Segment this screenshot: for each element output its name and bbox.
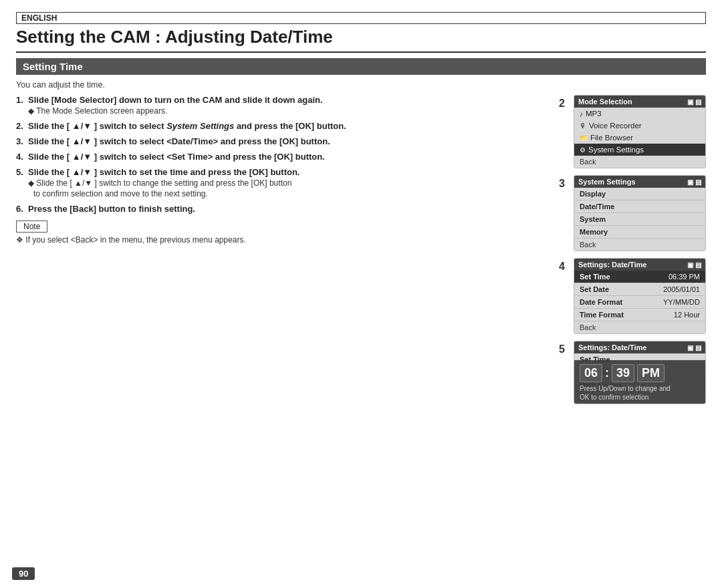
panel-3-row-display: Display — [574, 188, 705, 200]
step-6-text: 6. Press the [Back] button to finish set… — [16, 204, 548, 214]
panel-3-row-system: System — [574, 213, 705, 226]
panel-5-icons: ▣ ▤ — [687, 344, 701, 351]
mic-icon: 🎙 — [580, 122, 586, 130]
step-1-text: 1. Slide [Mode Selector] down to turn on… — [16, 95, 548, 105]
panel-4-body: Set Time 06:39 PM Set Date 2005/01/01 Da… — [574, 271, 705, 333]
panel-5-wrapper: 5 Settings: Date/Time ▣ ▤ Set Time Set D… — [574, 341, 706, 404]
panel-4-dateformat-label: Date Format — [580, 298, 663, 306]
panel-4-header: Settings: Date/Time ▣ ▤ — [574, 259, 705, 271]
step-3-text: 3. Slide the [ ▲/▼ ] switch to select <D… — [16, 136, 548, 146]
panel-2-item-mp3: ♪ MP3 — [574, 108, 705, 120]
time-colon: : — [605, 366, 609, 380]
content-area: 1. Slide [Mode Selector] down to turn on… — [16, 95, 706, 581]
step-6: 6. Press the [Back] button to finish set… — [16, 204, 548, 214]
panel-2-item-sysset-label: System Settings — [588, 146, 644, 154]
step-5: 5. Slide the [ ▲/▼ ] switch to set the t… — [16, 167, 548, 198]
panel-3-display-label: Display — [580, 190, 700, 198]
step-4-text: 4. Slide the [ ▲/▼ ] switch to select <S… — [16, 152, 548, 162]
step-3: 3. Slide the [ ▲/▼ ] switch to select <D… — [16, 136, 548, 146]
panel-3-back: Back — [574, 239, 705, 251]
panel-3-step-num: 3 — [559, 178, 565, 190]
step-2-num: 2. — [16, 121, 23, 131]
panel-2-item-voice-label: Voice Recorder — [589, 122, 642, 130]
note-label: Note — [16, 220, 47, 233]
panel-3-title: System Settings — [578, 178, 636, 186]
panel-3-body: Display Date/Time System Memory Back — [574, 188, 705, 251]
panel-2-body: ♪ MP3 🎙 Voice Recorder 📁 File Browser — [574, 108, 705, 168]
folder-icon: 📁 — [580, 134, 588, 142]
panel-4-dateformat-value: YY/MM/DD — [663, 298, 700, 306]
panel-2-item-mp3-label: MP3 — [586, 110, 602, 118]
music-icon: ♪ — [580, 110, 583, 118]
panel-2: Mode Selection ▣ ▤ ♪ MP3 🎙 Voice Recorde… — [574, 95, 706, 168]
step-2-italic: System Settings — [166, 121, 234, 131]
step-2: 2. Slide the [ ▲/▼ ] switch to select Sy… — [16, 121, 548, 131]
panel-2-step-num: 2 — [559, 98, 565, 110]
panel-3-system-label: System — [580, 215, 700, 223]
step-5-sub-1: Slide the [ ▲/▼ ] switch to change the s… — [16, 178, 548, 188]
gear-icon: ⚙ — [580, 146, 586, 154]
panel-4-settime-label: Set Time — [580, 273, 669, 281]
step-3-num: 3. — [16, 136, 23, 146]
panel-2-item-voice: 🎙 Voice Recorder — [574, 120, 705, 132]
panel-2-wrapper: 2 Mode Selection ▣ ▤ ♪ MP3 🎙 Voice Rec — [574, 95, 706, 168]
panel-4-setdate-value: 2005/01/01 — [663, 285, 700, 293]
time-min: 39 — [612, 364, 634, 382]
note-text: If you select <Back> in the menu, the pr… — [16, 235, 548, 245]
step-6-num: 6. — [16, 204, 23, 214]
panel-4-timeformat-value: 12 Hour — [674, 311, 700, 319]
step-1-label: Slide [Mode Selector] down to turn on th… — [28, 95, 323, 105]
panel-5: Settings: Date/Time ▣ ▤ Set Time Set Dat… — [574, 341, 706, 404]
panel-4-row-dateformat: Date Format YY/MM/DD — [574, 296, 705, 309]
step-5-num: 5. — [16, 167, 23, 177]
panel-3-row-datetime: Date/Time — [574, 200, 705, 213]
panel-2-item-sysset: ⚙ System Settings — [574, 144, 705, 156]
panel-3-memory-label: Memory — [580, 228, 700, 236]
panel-2-title: Mode Selection — [578, 98, 632, 106]
panel-5-header: Settings: Date/Time ▣ ▤ — [574, 341, 705, 353]
panel-2-header: Mode Selection ▣ ▤ — [574, 96, 705, 108]
panel-5-step-num: 5 — [559, 343, 565, 355]
panel-3-datetime-label: Date/Time — [580, 202, 700, 210]
panel-4-step-num: 4 — [559, 261, 565, 273]
step-1-num: 1. — [16, 95, 23, 105]
panel-3-wrapper: 3 System Settings ▣ ▤ Display Date/Time — [574, 175, 706, 251]
step-1-sub: The Mode Selection screen appears. — [16, 106, 548, 116]
panel-4-wrapper: 4 Settings: Date/Time ▣ ▤ Set Time 06:39… — [574, 258, 706, 334]
panel-3-icons: ▣ ▤ — [687, 178, 701, 186]
panel-4-row-timeformat: Time Format 12 Hour — [574, 309, 705, 321]
language-badge: ENGLISH — [16, 12, 706, 24]
step-4: 4. Slide the [ ▲/▼ ] switch to select <S… — [16, 152, 548, 162]
page-title: Setting the CAM : Adjusting Date/Time — [16, 27, 706, 53]
page-number: 90 — [12, 567, 35, 580]
time-hour: 06 — [580, 364, 602, 382]
time-display: 06 : 39 PM — [580, 364, 700, 382]
time-ampm: PM — [637, 364, 665, 382]
panel-4-timeformat-label: Time Format — [580, 311, 674, 319]
left-column: 1. Slide [Mode Selector] down to turn on… — [16, 95, 559, 581]
panel-5-overlay: 06 : 39 PM Press Up/Down to change and O… — [574, 360, 705, 404]
panel-3-header: System Settings ▣ ▤ — [574, 176, 705, 188]
subtitle: You can adjust the time. — [16, 80, 706, 90]
panel-2-back: Back — [574, 156, 705, 168]
note-section: Note If you select <Back> in the menu, t… — [16, 220, 548, 245]
panel-4: Settings: Date/Time ▣ ▤ Set Time 06:39 P… — [574, 258, 706, 334]
step-5-sub-2: to confirm selection and move to the nex… — [16, 189, 548, 198]
panel-4-icons: ▣ ▤ — [687, 261, 701, 269]
panel-3-row-memory: Memory — [574, 226, 705, 239]
panel-2-item-filebrowser-label: File Browser — [590, 134, 633, 142]
panel-4-row-setdate: Set Date 2005/01/01 — [574, 283, 705, 296]
panel-4-title: Settings: Date/Time — [578, 261, 647, 269]
section-header: Setting Time — [16, 58, 706, 75]
panel-5-title: Settings: Date/Time — [578, 343, 647, 351]
overlay-hint-1: Press Up/Down to change and — [580, 385, 700, 392]
step-1: 1. Slide [Mode Selector] down to turn on… — [16, 95, 548, 116]
panel-4-settime-value: 06:39 PM — [669, 273, 700, 281]
step-5-text: 5. Slide the [ ▲/▼ ] switch to set the t… — [16, 167, 548, 177]
panel-4-setdate-label: Set Date — [580, 285, 663, 293]
panel-2-icons: ▣ ▤ — [687, 98, 701, 106]
overlay-hint-2: OK to confirm selection — [580, 394, 700, 401]
page: ENGLISH Setting the CAM : Adjusting Date… — [0, 0, 722, 588]
panel-3: System Settings ▣ ▤ Display Date/Time Sy… — [574, 175, 706, 251]
panel-4-row-settime: Set Time 06:39 PM — [574, 271, 705, 283]
